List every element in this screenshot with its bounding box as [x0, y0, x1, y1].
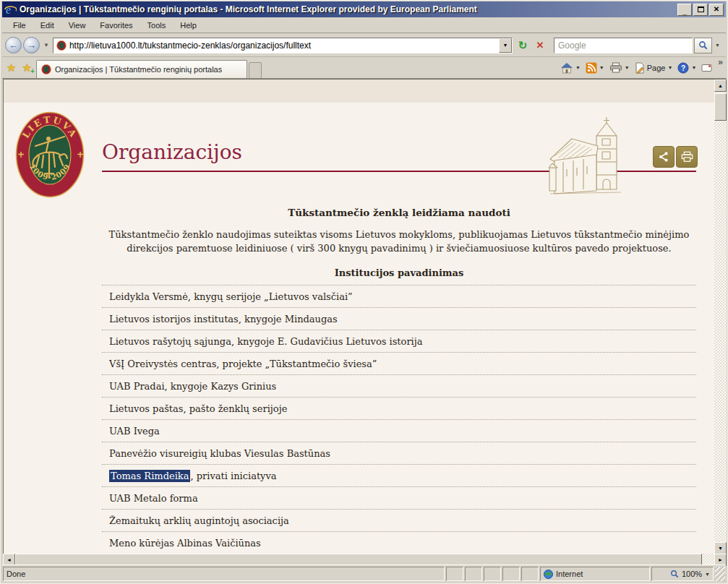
list-item-text: Meno kūrėjas Albinas Vaičiūnas: [109, 538, 261, 549]
svg-text:e: e: [6, 4, 11, 16]
help-dropdown-icon[interactable]: ▼: [691, 65, 696, 70]
search-button[interactable]: [694, 38, 712, 53]
list-title: Institucijos pavadinimas: [102, 267, 696, 278]
status-pane: [502, 567, 520, 581]
status-bar: Done Internet 100% ▼: [2, 564, 726, 582]
zoom-magnifier-icon: [670, 570, 679, 578]
notice-body: Tūkstantmečio ženklo naudojimas suteikta…: [106, 228, 693, 256]
menu-help[interactable]: Help: [174, 19, 203, 32]
search-icon: [698, 40, 708, 50]
home-icon: [560, 62, 573, 74]
status-text: Done: [7, 570, 25, 578]
organizations-list: Leidykla Versmė, knygų serijoje „Lietuvo…: [102, 285, 696, 554]
toolbar-overflow-icon[interactable]: »: [718, 57, 723, 67]
search-options-dropdown[interactable]: ▼: [712, 38, 723, 53]
status-pane: [465, 567, 482, 581]
page-dropdown-icon[interactable]: ▼: [667, 65, 672, 70]
browser-window: e Organizacijos | Tūkstantmečio renginių…: [0, 0, 728, 584]
list-item: Lietuvos rašytojų sąjunga, knygoje E. Gu…: [102, 330, 696, 353]
page-button[interactable]: Page ▼: [633, 61, 675, 75]
command-bar: ▼ ▼ ▼: [558, 57, 726, 78]
favorites-center-icon[interactable]: ★: [7, 61, 16, 74]
refresh-button[interactable]: ↻: [515, 38, 531, 53]
zone-label: Internet: [556, 570, 583, 578]
intro-copy: Tūkstantmečio ženklą leidžiama naudoti T…: [102, 207, 696, 278]
status-pane: [484, 567, 501, 581]
status-pane: [521, 567, 539, 581]
title-bar: e Organizacijos | Tūkstantmečio renginių…: [2, 1, 726, 17]
forward-button[interactable]: →: [23, 37, 40, 53]
print-dropdown-icon[interactable]: ▼: [625, 65, 630, 70]
help-button[interactable]: ? ▼: [675, 61, 698, 75]
menu-bar: File Edit View Favorites Tools Help: [2, 17, 726, 33]
stop-button[interactable]: ✕: [532, 38, 548, 53]
feeds-dropdown-icon[interactable]: ▼: [599, 65, 604, 70]
list-item-text: UAB Pradai, knygoje Kazys Grinius: [109, 381, 276, 392]
list-item: VšĮ Oreivystės centras, projekte „Tūksta…: [102, 353, 696, 375]
address-field[interactable]: http://lietuva1000.lt/tukstantmecio-zenk…: [53, 38, 513, 53]
page-icon: [635, 62, 645, 74]
page-viewport: LIETUVA 1009-2009 + + Organ: [3, 79, 727, 554]
menu-edit[interactable]: Edit: [34, 19, 61, 32]
web-page: LIETUVA 1009-2009 + + Organ: [4, 80, 714, 554]
church-illustration: [549, 114, 627, 201]
home-dropdown-icon[interactable]: ▼: [575, 65, 581, 70]
vertical-scroll-thumb[interactable]: [714, 93, 727, 121]
window-title: Organizacijos | Tūkstantmečio renginių p…: [20, 4, 676, 14]
vertical-scrollbar[interactable]: ▲ ▼: [714, 80, 727, 554]
back-button[interactable]: ←: [5, 37, 22, 53]
list-item-text: Lietuvos paštas, pašto ženklų serijoje: [109, 403, 287, 414]
list-item-text: Leidykla Versmė, knygų serijoje „Lietuvo…: [109, 291, 353, 302]
list-item-text: UAB Metalo forma: [109, 493, 198, 504]
home-button[interactable]: ▼: [558, 61, 583, 75]
selected-text: Tomas Rimdeika: [109, 470, 190, 482]
share-button[interactable]: [653, 146, 675, 168]
tab-favicon: [41, 64, 51, 74]
list-item-text: VšĮ Oreivystės centras, projekte „Tūksta…: [109, 358, 377, 369]
list-item-text: UAB Ivega: [109, 426, 160, 437]
tab-active[interactable]: Organizacijos | Tūkstantmečio renginių p…: [36, 60, 247, 78]
address-bar: ← → ▼ http://lietuva1000.lt/tukstantmeci…: [2, 34, 726, 57]
scroll-down-icon[interactable]: ▼: [714, 542, 727, 554]
printer-icon: [609, 62, 622, 73]
lietuva-millennium-logo: LIETUVA 1009-2009 + +: [15, 111, 85, 198]
list-item: Meno kūrėjas Albinas Vaičiūnas: [102, 532, 696, 554]
page-top-band: [4, 80, 714, 103]
feeds-button[interactable]: ▼: [583, 61, 607, 75]
list-item: Tomas Rimdeika, privati iniciatyva: [102, 465, 696, 487]
svg-text:?: ?: [681, 64, 685, 72]
tab-label: Organizacijos | Tūkstantmečio renginių p…: [55, 65, 222, 74]
list-item: UAB Pradai, knygoje Kazys Grinius: [102, 375, 696, 398]
menu-view[interactable]: View: [62, 19, 93, 32]
maximize-button[interactable]: [693, 4, 708, 16]
zoom-dropdown-icon[interactable]: ▼: [705, 572, 710, 577]
address-dropdown-button[interactable]: ▼: [499, 38, 512, 53]
list-item: Lietuvos paštas, pašto ženklų serijoje: [102, 398, 696, 420]
close-button[interactable]: ✕: [709, 4, 724, 16]
feedback-button[interactable]: [699, 62, 714, 74]
scroll-up-icon[interactable]: ▲: [714, 80, 727, 92]
add-favorite-icon[interactable]: ★: [22, 61, 31, 74]
search-input[interactable]: Google: [554, 38, 693, 53]
new-tab-button[interactable]: [249, 62, 262, 78]
message-icon: [701, 64, 712, 72]
zoom-control[interactable]: 100% ▼: [651, 567, 714, 581]
history-dropdown-icon[interactable]: ▼: [43, 42, 49, 48]
rss-icon: [586, 62, 597, 74]
list-item: UAB Metalo forma: [102, 487, 696, 510]
minimize-button[interactable]: _: [677, 4, 692, 16]
page-print-button[interactable]: [676, 146, 698, 168]
menu-favorites[interactable]: Favorites: [93, 19, 139, 32]
resize-grip[interactable]: [715, 567, 725, 581]
list-item-text: Lietuvos istorijos institutas, knygoje M…: [109, 314, 338, 325]
page-title: Organizacijos: [102, 140, 242, 164]
svg-text:+: +: [17, 150, 25, 160]
site-favicon: [56, 40, 67, 51]
menu-file[interactable]: File: [7, 19, 33, 32]
security-zone: Internet: [540, 567, 650, 581]
internet-explorer-icon: e: [4, 4, 17, 16]
favorites-buttons: ★ ★: [2, 57, 36, 78]
print-toolbar-button[interactable]: ▼: [607, 61, 632, 74]
list-item-text: Panevėžio visureigių klubas Viesulas Bas…: [109, 448, 330, 459]
menu-tools[interactable]: Tools: [141, 19, 173, 32]
